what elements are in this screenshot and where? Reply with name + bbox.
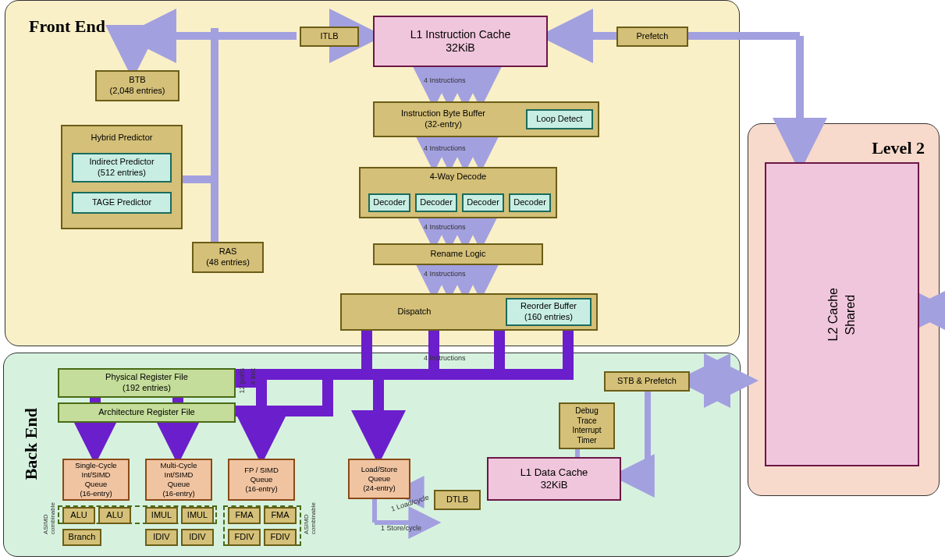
box-idiv-1: IDIV bbox=[181, 529, 214, 546]
btb-l2: (2,048 entries) bbox=[110, 86, 165, 97]
decode-title: 4-Way Decode bbox=[430, 172, 486, 183]
box-reorder-buffer: Reorder Buffer (160 entries) bbox=[506, 298, 592, 326]
indirect-l1: Indirect Predictor bbox=[89, 157, 154, 168]
box-arf: Architecture Register File bbox=[58, 402, 236, 423]
q-multi-l3: Queue bbox=[168, 480, 190, 489]
title-backend: Back End bbox=[21, 408, 41, 480]
box-loop-detect: Loop Detect bbox=[526, 109, 593, 129]
q-single-l3: Queue bbox=[85, 480, 108, 489]
debug-l3: Interrupt bbox=[572, 426, 601, 436]
ibb-l2: (32-entry) bbox=[375, 119, 512, 130]
l1i-line1: L1 Instruction Cache bbox=[410, 28, 510, 42]
l1d-l2: 32KiB bbox=[541, 479, 568, 491]
box-btb: BTB (2,048 entries) bbox=[95, 70, 179, 101]
box-fdiv-0: FDIV bbox=[228, 529, 261, 546]
q-single-l2: Int/SIMD bbox=[82, 470, 111, 480]
indirect-l2: (512 entries) bbox=[98, 168, 146, 179]
lbl-4instr-1: 4 Instructions bbox=[424, 76, 466, 84]
q-multi-l4: (16-entry) bbox=[162, 489, 194, 498]
box-fma-0: FMA bbox=[228, 507, 261, 524]
debug-l2: Trace bbox=[577, 416, 596, 427]
q-single-l4: (16-entry) bbox=[80, 489, 112, 498]
box-l2-cache: L2 Cache Shared bbox=[765, 162, 919, 466]
q-multi-l2: Int/SIMD bbox=[165, 470, 194, 480]
box-decoder-1: Decoder bbox=[415, 193, 457, 212]
box-imul-1: IMUL bbox=[181, 507, 214, 524]
prf-l2: (192 entries) bbox=[123, 383, 171, 394]
title-frontend: Front End bbox=[29, 16, 105, 37]
btb-l1: BTB bbox=[129, 75, 145, 86]
lbl-4inst: 4 inst bbox=[249, 368, 257, 385]
q-ls-l1: Load/Store bbox=[361, 465, 397, 474]
box-alu-0: ALU bbox=[62, 507, 95, 524]
lbl-asimd-right: ASIMD combinable bbox=[303, 502, 317, 534]
q-fp-l3: (16-entry) bbox=[245, 484, 277, 494]
box-prf: Physical Register File (192 entries) bbox=[58, 368, 236, 398]
rob-l2: (160 entries) bbox=[524, 312, 573, 323]
hybrid-title: Hybrid Predictor bbox=[91, 133, 153, 144]
box-queue-fp: FP / SIMD Queue (16-entry) bbox=[228, 459, 295, 501]
box-decoder-3: Decoder bbox=[509, 193, 551, 212]
prf-l1: Physical Register File bbox=[105, 372, 188, 383]
lbl-1store: 1 Store/cycle bbox=[381, 524, 421, 532]
q-fp-l1: FP / SIMD bbox=[244, 466, 279, 475]
box-tage-predictor: TAGE Predictor bbox=[72, 192, 172, 214]
lbl-4instr-5: 4 Instructions bbox=[424, 354, 466, 362]
box-itlb: ITLB bbox=[300, 27, 359, 47]
lbl-4instr-2: 4 Instructions bbox=[424, 144, 466, 152]
box-idiv-0: IDIV bbox=[145, 529, 178, 546]
l2-l2: Shared bbox=[843, 294, 858, 335]
lbl-4instr-4: 4 Instructions bbox=[424, 270, 466, 278]
box-rename: Rename Logic bbox=[373, 243, 543, 265]
box-debug: Debug Trace Interrupt Timer bbox=[559, 402, 615, 449]
lbl-4instr-3: 4 Instructions bbox=[424, 223, 466, 231]
l1d-l1: L1 Data Cache bbox=[520, 466, 588, 479]
q-ls-l2: Queue bbox=[368, 474, 391, 484]
box-fma-1: FMA bbox=[264, 507, 297, 524]
box-l1d-cache: L1 Data Cache 32KiB bbox=[487, 457, 621, 501]
box-queue-ls: Load/Store Queue (24-entry) bbox=[348, 459, 410, 499]
debug-l4: Timer bbox=[577, 436, 596, 446]
box-branch: Branch bbox=[62, 529, 101, 546]
title-level2: Level 2 bbox=[872, 138, 925, 158]
q-fp-l2: Queue bbox=[250, 475, 273, 484]
dispatch-label: Dispatch bbox=[342, 307, 487, 317]
lbl-12ports: 12 ports bbox=[238, 368, 246, 394]
q-multi-l1: Multi-Cycle bbox=[161, 461, 197, 470]
lbl-asimd-left: ASIMD combinable bbox=[42, 502, 56, 534]
box-imul-0: IMUL bbox=[145, 507, 178, 524]
box-decoder-0: Decoder bbox=[368, 193, 410, 212]
rob-l1: Reorder Buffer bbox=[520, 301, 577, 312]
box-fdiv-1: FDIV bbox=[264, 529, 297, 546]
box-alu-1: ALU bbox=[98, 507, 131, 524]
l2-l1: L2 Cache bbox=[826, 288, 841, 342]
box-queue-single: Single-Cycle Int/SIMD Queue (16-entry) bbox=[62, 459, 130, 501]
debug-l1: Debug bbox=[575, 406, 598, 416]
box-indirect-predictor: Indirect Predictor (512 entries) bbox=[72, 153, 172, 183]
q-ls-l3: (24-entry) bbox=[363, 484, 395, 493]
l1i-line2: 32KiB bbox=[446, 41, 474, 55]
box-stb-prefetch: STB & Prefetch bbox=[604, 371, 690, 392]
ras-l2: (48 entries) bbox=[206, 257, 250, 268]
box-dtlb: DTLB bbox=[434, 490, 481, 510]
box-prefetch: Prefetch bbox=[616, 27, 688, 47]
q-single-l1: Single-Cycle bbox=[75, 461, 116, 470]
ras-l1: RAS bbox=[219, 246, 237, 257]
box-decoder-2: Decoder bbox=[462, 193, 504, 212]
box-l1i-cache: L1 Instruction Cache 32KiB bbox=[373, 16, 548, 67]
ibb-l1: Instruction Byte Buffer bbox=[375, 108, 512, 119]
box-ras: RAS (48 entries) bbox=[192, 242, 264, 273]
box-queue-multi: Multi-Cycle Int/SIMD Queue (16-entry) bbox=[145, 459, 212, 501]
